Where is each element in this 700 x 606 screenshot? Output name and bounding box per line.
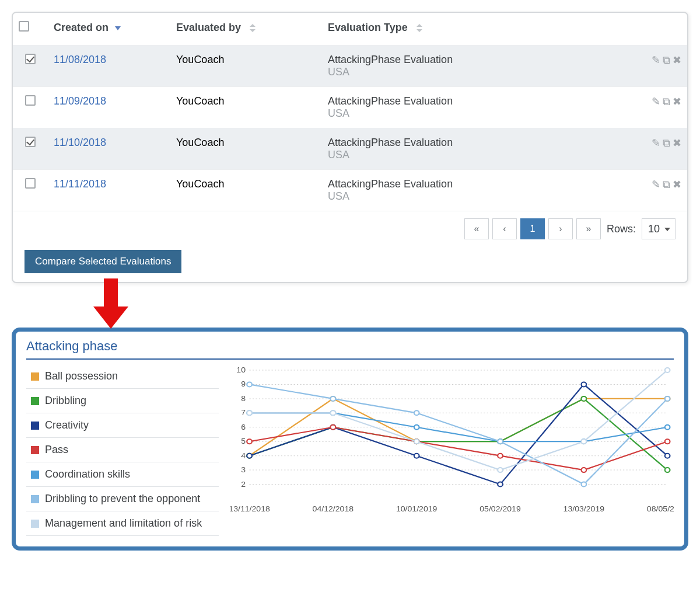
edit-icon[interactable]: ✎ — [652, 95, 660, 108]
copy-icon[interactable]: ⧉ — [663, 96, 670, 108]
legend-swatch-icon — [31, 495, 39, 503]
series-point — [498, 482, 503, 487]
col-header-created-on-label: Created on — [54, 22, 108, 33]
col-header-evaluated-by[interactable]: Evaluated by — [170, 13, 322, 46]
series-point — [665, 396, 670, 401]
legend-label: Management and limitation of risk — [45, 517, 202, 530]
legend-label: Ball possession — [45, 370, 118, 382]
rows-label: Rows: — [607, 223, 636, 235]
page-last-button[interactable]: » — [576, 218, 601, 239]
series-point — [581, 468, 586, 472]
delete-icon[interactable]: ✖ — [673, 54, 681, 67]
svg-text:4: 4 — [241, 451, 246, 459]
svg-text:13/03/2019: 13/03/2019 — [564, 505, 605, 513]
svg-text:6: 6 — [241, 423, 246, 431]
svg-text:2: 2 — [241, 480, 246, 488]
edit-icon[interactable]: ✎ — [652, 137, 660, 149]
legend-label: Dribbling to prevent the opponent — [45, 493, 200, 505]
svg-text:3: 3 — [241, 466, 246, 474]
evaluation-type-sub: USA — [328, 66, 611, 78]
row-checkbox[interactable] — [25, 137, 36, 147]
svg-text:10/01/2019: 10/01/2019 — [396, 505, 438, 513]
page-first-button[interactable]: « — [464, 218, 489, 239]
series-point — [331, 410, 336, 415]
copy-icon[interactable]: ⧉ — [663, 137, 670, 149]
row-checkbox[interactable] — [25, 95, 36, 106]
legend-swatch-icon — [31, 446, 39, 454]
table-row: 11/08/2018YouCoachAttackingPhase Evaluat… — [13, 46, 687, 87]
page-next-button[interactable]: › — [548, 218, 573, 239]
evaluated-by-value: YouCoach — [176, 95, 224, 107]
page-number-button[interactable]: 1 — [520, 218, 545, 239]
evaluation-type-value: AttackingPhase Evaluation — [328, 95, 611, 107]
evaluation-type-sub: USA — [328, 149, 611, 161]
series-point — [414, 454, 419, 458]
created-on-link[interactable]: 11/10/2018 — [54, 137, 106, 148]
legend-item[interactable]: Creativity — [26, 413, 219, 438]
sort-desc-icon — [115, 26, 121, 30]
delete-icon[interactable]: ✖ — [673, 137, 681, 149]
created-on-link[interactable]: 11/08/2018 — [54, 54, 106, 65]
pagination: « ‹ 1 › » — [464, 218, 601, 239]
svg-text:13/11/2018: 13/11/2018 — [230, 505, 270, 513]
svg-text:7: 7 — [241, 409, 246, 417]
legend-item[interactable]: Pass — [26, 438, 219, 462]
evaluated-by-value: YouCoach — [176, 54, 224, 65]
delete-icon[interactable]: ✖ — [673, 178, 681, 191]
col-header-evaluation-type[interactable]: Evaluation Type — [322, 13, 617, 46]
svg-text:08/05/2019: 08/05/2019 — [647, 505, 674, 513]
series-point — [498, 439, 503, 444]
row-checkbox[interactable] — [25, 54, 36, 64]
legend-item[interactable]: Coordination skills — [26, 462, 219, 487]
series-point — [581, 382, 586, 386]
svg-text:8: 8 — [241, 394, 246, 402]
series-point — [414, 439, 419, 444]
delete-icon[interactable]: ✖ — [673, 95, 681, 108]
copy-icon[interactable]: ⧉ — [663, 179, 670, 191]
evaluation-type-sub: USA — [328, 190, 611, 203]
evaluation-type-value: AttackingPhase Evaluation — [328, 137, 611, 149]
series-point — [665, 454, 670, 458]
copy-icon[interactable]: ⧉ — [663, 54, 670, 67]
table-row: 11/09/2018YouCoachAttackingPhase Evaluat… — [13, 87, 687, 128]
legend-item[interactable]: Ball possession — [26, 364, 219, 389]
table-row: 11/10/2018YouCoachAttackingPhase Evaluat… — [13, 128, 687, 170]
page-number-label: 1 — [530, 224, 536, 234]
legend-swatch-icon — [31, 471, 39, 479]
svg-text:9: 9 — [241, 380, 246, 388]
rows-per-page-select[interactable]: 10 — [642, 218, 676, 239]
edit-icon[interactable]: ✎ — [652, 178, 660, 191]
evaluations-table: Created on Evaluated by Evaluation Type … — [13, 13, 687, 211]
created-on-link[interactable]: 11/11/2018 — [54, 178, 106, 190]
legend-item[interactable]: Management and limitation of risk — [26, 511, 219, 536]
series-point — [414, 410, 419, 415]
row-checkbox[interactable] — [25, 178, 36, 189]
col-header-created-on[interactable]: Created on — [48, 13, 170, 46]
evaluated-by-value: YouCoach — [176, 137, 224, 148]
created-on-link[interactable]: 11/09/2018 — [54, 95, 106, 107]
page-prev-button[interactable]: ‹ — [492, 218, 517, 239]
legend-item[interactable]: Dribbling — [26, 389, 219, 413]
evaluations-panel: Created on Evaluated by Evaluation Type … — [12, 12, 688, 283]
series-point — [498, 468, 503, 472]
legend-item[interactable]: Dribbling to prevent the opponent — [26, 487, 219, 511]
series-line — [250, 370, 668, 470]
compare-selected-button[interactable]: Compare Selected Evaluations — [24, 250, 181, 273]
svg-text:10: 10 — [236, 366, 246, 374]
legend-label: Creativity — [45, 419, 89, 431]
edit-icon[interactable]: ✎ — [652, 54, 660, 67]
series-point — [665, 468, 670, 472]
series-point — [665, 425, 670, 430]
legend-swatch-icon — [31, 520, 39, 528]
legend-label: Dribbling — [45, 395, 86, 407]
series-point — [247, 454, 252, 458]
select-all-checkbox[interactable] — [19, 21, 29, 32]
series-point — [665, 439, 670, 444]
evaluation-type-sub: USA — [328, 107, 611, 120]
series-point — [581, 396, 586, 401]
legend-swatch-icon — [31, 422, 39, 430]
table-row: 11/11/2018YouCoachAttackingPhase Evaluat… — [13, 170, 687, 211]
series-point — [247, 382, 252, 386]
sort-both-icon — [250, 24, 256, 32]
chart-panel: Attacking phase Ball possessionDribbling… — [12, 328, 688, 551]
